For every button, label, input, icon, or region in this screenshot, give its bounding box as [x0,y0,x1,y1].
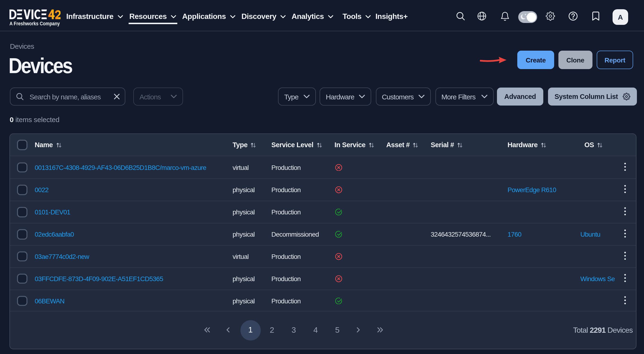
svg-text:A Freshworks Company: A Freshworks Company [10,21,60,27]
